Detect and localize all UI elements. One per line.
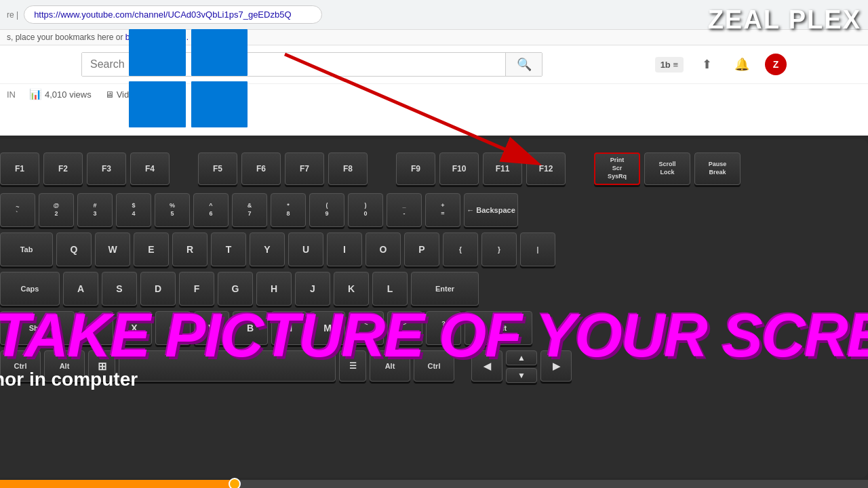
- key-d[interactable]: D: [140, 272, 176, 306]
- key-y[interactable]: Y: [250, 232, 285, 266]
- key-capslock[interactable]: Caps: [0, 272, 60, 306]
- key-e[interactable]: E: [134, 232, 169, 266]
- key-f4[interactable]: F4: [130, 152, 170, 185]
- key-z[interactable]: Z: [78, 311, 113, 345]
- key-comma[interactable]: <,: [349, 311, 384, 345]
- key-r[interactable]: R: [172, 232, 208, 266]
- number-row: ~` @2 #3 $4 %5 ^6 &7 *8 (9 )0 _- += ← Ba…: [0, 193, 854, 227]
- key-f10[interactable]: F10: [439, 152, 479, 185]
- win-pane-br: [191, 81, 248, 128]
- key-equals[interactable]: +=: [425, 193, 460, 227]
- key-f2[interactable]: F2: [43, 152, 83, 185]
- search-button[interactable]: 🔍: [505, 53, 542, 76]
- key-minus[interactable]: _-: [387, 193, 422, 227]
- key-down[interactable]: ▼: [506, 368, 537, 383]
- key-0[interactable]: )0: [348, 193, 383, 227]
- key-tilde[interactable]: ~`: [0, 193, 35, 227]
- upload-button[interactable]: ⬆: [694, 52, 719, 77]
- progress-dot[interactable]: [229, 478, 241, 488]
- key-backspace[interactable]: ← Backspace: [464, 193, 518, 227]
- fkey-row: F1 F2 F3 F4 F5 F6 F7 F8 F9 F10 F11 F12 P…: [0, 152, 854, 185]
- key-f[interactable]: F: [179, 272, 214, 306]
- progress-fill: [0, 480, 235, 488]
- key-f5[interactable]: F5: [198, 152, 237, 185]
- key-slash[interactable]: ?/: [426, 311, 461, 345]
- key-ctrl-left[interactable]: Ctrl: [0, 350, 41, 382]
- key-w[interactable]: W: [95, 232, 130, 266]
- win-pane-tr: [191, 29, 248, 76]
- bar-chart-icon: 📊: [29, 88, 42, 100]
- zxcv-row: Shift Z X C V B N M <, >. ?/ Shift: [0, 311, 854, 345]
- key-4[interactable]: $4: [116, 193, 151, 227]
- key-up[interactable]: ▲: [506, 350, 537, 365]
- key-7[interactable]: &7: [232, 193, 267, 227]
- windows-logo: [125, 26, 251, 131]
- key-lbracket[interactable]: {: [443, 232, 478, 266]
- qwerty-row: Tab Q W E R T Y U I O P { } |: [0, 232, 854, 266]
- key-f12[interactable]: F12: [526, 152, 566, 185]
- key-8[interactable]: *8: [271, 193, 306, 227]
- video-progress-bar[interactable]: [0, 480, 868, 488]
- key-6[interactable]: ^6: [193, 193, 229, 227]
- watermark: ZEAL PLEX: [708, 5, 861, 35]
- key-menu[interactable]: ☰: [339, 350, 366, 382]
- key-tab[interactable]: Tab: [0, 232, 53, 266]
- key-x[interactable]: X: [117, 311, 152, 345]
- key-i[interactable]: I: [327, 232, 362, 266]
- key-9[interactable]: (9: [309, 193, 344, 227]
- key-left[interactable]: ◀: [471, 350, 502, 382]
- key-3[interactable]: #3: [77, 193, 113, 227]
- key-l[interactable]: L: [372, 272, 408, 306]
- key-f9[interactable]: F9: [396, 152, 435, 185]
- back-nav: re |: [7, 10, 18, 20]
- key-rbracket[interactable]: }: [481, 232, 517, 266]
- key-a[interactable]: A: [63, 272, 98, 306]
- key-scrolllock[interactable]: ScrollLock: [644, 152, 690, 185]
- key-c[interactable]: C: [155, 311, 191, 345]
- keyboard-visual: F1 F2 F3 F4 F5 F6 F7 F8 F9 F10 F11 F12 P…: [0, 139, 868, 478]
- key-winkey[interactable]: ⊞: [88, 350, 115, 382]
- key-p[interactable]: P: [404, 232, 439, 266]
- key-f3[interactable]: F3: [87, 152, 126, 185]
- key-right[interactable]: ▶: [540, 350, 572, 382]
- url-field[interactable]: https://www.youtube.com/channel/UCAd03vQ…: [24, 5, 322, 24]
- key-v[interactable]: V: [194, 311, 229, 345]
- key-pause[interactable]: PauseBreak: [694, 152, 741, 185]
- key-f11[interactable]: F11: [483, 152, 522, 185]
- arrow-keys-group: ◀ ▲ ▼ ▶: [471, 350, 572, 383]
- asdf-row: Caps A S D F G H J K L Enter: [0, 272, 854, 306]
- key-shift-right[interactable]: Shift: [465, 311, 532, 345]
- key-s[interactable]: S: [102, 272, 137, 306]
- key-f6[interactable]: F6: [241, 152, 281, 185]
- key-f1[interactable]: F1: [0, 152, 39, 185]
- key-2[interactable]: @2: [39, 193, 74, 227]
- key-printscreen[interactable]: PrintScrSysRq: [594, 152, 640, 185]
- notifications-button[interactable]: 🔔: [730, 52, 754, 77]
- key-ctrl-right[interactable]: Ctrl: [414, 350, 454, 382]
- key-k[interactable]: K: [334, 272, 369, 306]
- key-b[interactable]: B: [233, 311, 268, 345]
- key-f7[interactable]: F7: [285, 152, 324, 185]
- key-f8[interactable]: F8: [328, 152, 368, 185]
- key-q[interactable]: Q: [56, 232, 92, 266]
- user-avatar[interactable]: Z: [765, 54, 787, 75]
- key-backslash[interactable]: |: [520, 232, 555, 266]
- key-t[interactable]: T: [211, 232, 246, 266]
- key-shift-left[interactable]: Shift: [0, 311, 75, 345]
- key-space[interactable]: [119, 350, 336, 382]
- key-h[interactable]: H: [256, 272, 292, 306]
- key-o[interactable]: O: [366, 232, 401, 266]
- key-g[interactable]: G: [218, 272, 253, 306]
- notifications-count[interactable]: 1b ≡: [655, 57, 684, 73]
- key-n[interactable]: N: [271, 311, 307, 345]
- key-alt-left[interactable]: Alt: [44, 350, 85, 382]
- key-period[interactable]: >.: [387, 311, 422, 345]
- win-pane-tl: [129, 29, 186, 76]
- key-alt-right[interactable]: Alt: [370, 350, 410, 382]
- key-enter[interactable]: Enter: [411, 272, 479, 306]
- key-j[interactable]: J: [295, 272, 330, 306]
- windows-grid: [125, 26, 251, 131]
- key-5[interactable]: %5: [155, 193, 190, 227]
- key-u[interactable]: U: [288, 232, 323, 266]
- key-m[interactable]: M: [310, 311, 345, 345]
